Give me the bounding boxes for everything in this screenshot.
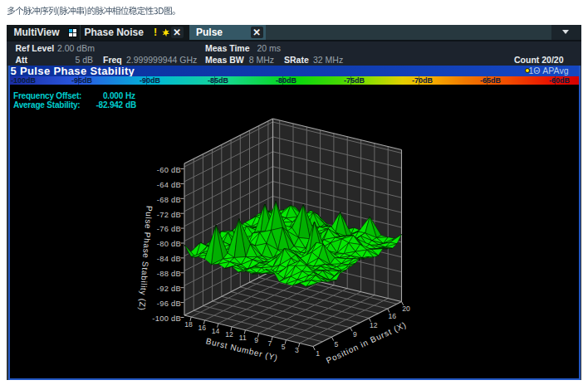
svg-text:-76 dB: -76 dB <box>157 225 181 233</box>
svg-text:-84 dB: -84 dB <box>157 255 181 263</box>
svg-text:-64 dB: -64 dB <box>157 181 181 189</box>
svg-text:-68 dB: -68 dB <box>157 196 181 204</box>
svg-text:5: 5 <box>335 340 339 348</box>
svg-text:16: 16 <box>198 324 207 332</box>
svg-text:9: 9 <box>254 336 258 344</box>
svg-text:-92 dB: -92 dB <box>157 285 181 293</box>
svg-text:-100 dB: -100 dB <box>152 314 181 323</box>
svg-text:12: 12 <box>370 321 378 329</box>
svg-text:1: 1 <box>316 349 320 358</box>
svg-text:18: 18 <box>184 320 193 329</box>
svg-text:5: 5 <box>282 343 286 351</box>
svg-text:20: 20 <box>402 305 410 313</box>
svg-text:16: 16 <box>388 312 396 320</box>
svg-text:3: 3 <box>295 346 299 354</box>
svg-text:9: 9 <box>353 330 357 339</box>
svg-text:-88 dB: -88 dB <box>157 270 181 278</box>
svg-text:-72 dB: -72 dB <box>157 211 181 219</box>
svg-text:Pulse Phase Stability (Z): Pulse Phase Stability (Z) <box>138 206 154 311</box>
svg-text:7: 7 <box>268 339 272 348</box>
svg-text:-80 dB: -80 dB <box>157 240 181 248</box>
svg-text:11: 11 <box>239 334 247 342</box>
svg-text:-96 dB: -96 dB <box>157 300 181 308</box>
svg-text:-60 dB: -60 dB <box>157 166 181 174</box>
svg-text:14: 14 <box>212 327 220 335</box>
svg-text:12: 12 <box>225 330 233 339</box>
